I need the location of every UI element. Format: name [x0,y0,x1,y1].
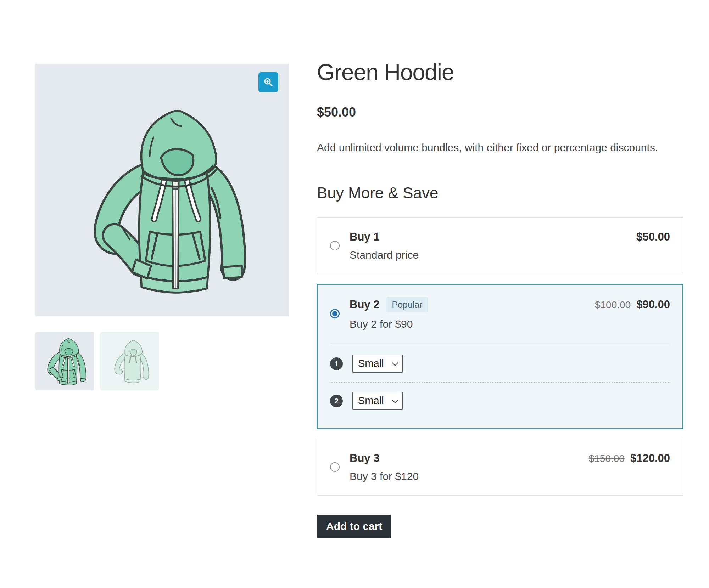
option-subtitle: Standard price [350,249,670,261]
bundle-option-buy-3[interactable]: Buy 3 $150.00 $120.00 Buy 3 for $120 [317,439,683,496]
option-price: $120.00 [630,452,670,465]
bundle-options: Buy 1 $50.00 Standard price Buy 2 Popula… [317,217,683,496]
pullover-hoodie-thumb-illustration [105,337,155,386]
option-price: $90.00 [636,298,670,311]
bundle-option-buy-2[interactable]: Buy 2 Popular $100.00 $90.00 Buy 2 for $… [317,284,683,429]
bundle-option-buy-1[interactable]: Buy 1 $50.00 Standard price [317,217,683,274]
hoodie-illustration [49,77,276,304]
size-select-2[interactable]: Small [352,392,403,410]
bundles-section-title: Buy More & Save [317,184,683,202]
zip-hoodie-thumb-illustration [38,335,91,388]
size-select-1[interactable]: Small [352,355,403,373]
thumbnail-zip-hoodie[interactable] [35,332,94,390]
option-title: Buy 3 [350,452,379,465]
option-subtitle: Buy 3 for $120 [350,470,670,482]
option-subtitle: Buy 2 for $90 [350,318,670,330]
radio-buy-3[interactable] [330,462,340,472]
option-price: $50.00 [636,231,670,243]
item-number-badge: 1 [330,357,343,370]
radio-buy-1[interactable] [330,241,340,250]
page-title: Green Hoodie [317,60,683,86]
product-price: $50.00 [317,105,683,120]
variation-divider [330,382,670,383]
option-title: Buy 1 [350,231,379,243]
product-main-image[interactable] [35,64,289,316]
variation-row-2: 2 Small [330,392,670,410]
thumbnail-strip [35,332,289,390]
size-select-wrap: Small [352,392,403,410]
option-title: Buy 2 [350,298,379,311]
item-number-badge: 2 [330,395,343,407]
size-select-wrap: Small [352,355,403,373]
product-gallery [35,64,289,390]
popular-badge: Popular [386,297,428,312]
product-description: Add unlimited volume bundles, with eithe… [317,140,683,155]
image-zoom-button[interactable] [258,72,278,92]
add-to-cart-button[interactable]: Add to cart [317,515,391,538]
variation-picker: 1 Small 2 Small [330,344,670,416]
product-details: Green Hoodie $50.00 Add unlimited volume… [317,60,683,538]
radio-buy-2[interactable] [330,309,340,318]
variation-row-1: 1 Small [330,355,670,373]
zoom-in-icon [263,77,274,87]
option-regular-price: $150.00 [589,453,625,464]
thumbnail-pullover-hoodie[interactable] [100,332,159,390]
option-regular-price: $100.00 [595,299,631,311]
